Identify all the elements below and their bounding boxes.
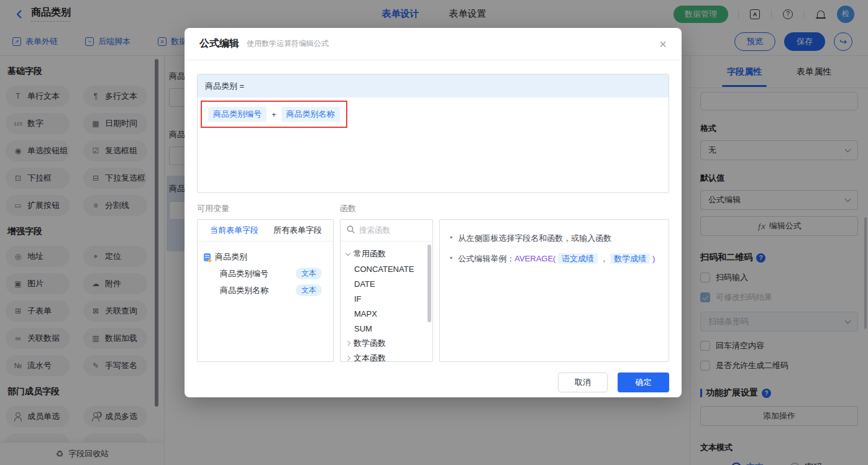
annotation-highlight: 商品类别编号 + 商品类别名称: [201, 101, 347, 128]
tip-text: 从左侧面板选择字段名和函数，或输入函数: [458, 232, 611, 245]
chevron-right-icon: [345, 356, 350, 361]
cancel-button[interactable]: 取消: [558, 372, 608, 392]
formula-token-field[interactable]: 商品类别编号: [208, 107, 267, 122]
field-type-badge: 文本: [296, 284, 322, 296]
functions-panel: 常用函数 CONCATENATE DATE IF MAPX SUM 数学函数 文…: [340, 219, 433, 362]
example-field-chip: 语文成绩: [558, 253, 598, 264]
tips-panel: •从左侧面板选择字段名和函数，或输入函数 • 公式编辑举例：AVERAGE( 语…: [439, 219, 669, 362]
formula-target: 商品类别 =: [198, 74, 669, 97]
example-field-chip: 数学成绩: [610, 253, 650, 264]
formula-input-area[interactable]: 商品类别编号 + 商品类别名称: [198, 97, 669, 192]
function-group-common[interactable]: 常用函数: [340, 246, 432, 261]
function-item[interactable]: MAPX: [340, 306, 432, 321]
function-item[interactable]: DATE: [340, 276, 432, 291]
modal-subtitle: 使用数学运算符编辑公式: [247, 38, 329, 49]
chevron-right-icon: [345, 341, 350, 346]
variables-panel: 当前表单字段 所有表单字段 商品类别 商品类别编号 文本 商品类别名称 文本: [197, 219, 334, 362]
functions-label: 函数: [340, 203, 356, 214]
tree-node-field[interactable]: 商品类别编号 文本: [204, 265, 327, 282]
formula-token-field[interactable]: 商品类别名称: [281, 107, 340, 122]
bullet-icon: •: [450, 232, 452, 245]
field-type-badge: 文本: [296, 268, 322, 279]
tree-node-field[interactable]: 商品类别名称 文本: [204, 282, 327, 299]
tab-all-form-fields[interactable]: 所有表单字段: [273, 225, 322, 236]
search-icon: [347, 225, 355, 236]
variables-label: 可用变量: [197, 203, 340, 214]
bullet-icon: •: [450, 253, 452, 265]
function-item[interactable]: IF: [340, 291, 432, 306]
confirm-button[interactable]: 确定: [618, 372, 669, 392]
form-file-icon: [204, 253, 211, 261]
chevron-down-icon: [345, 250, 350, 255]
function-item[interactable]: SUM: [340, 321, 432, 336]
tip-example: 公式编辑举例：AVERAGE( 语文成绩 ， 数学成绩 ): [458, 253, 655, 265]
modal-title: 公式编辑: [199, 37, 239, 50]
formula-editor-modal: 公式编辑 使用数学运算符编辑公式 × 商品类别 = 商品类别编号 + 商品类别名…: [185, 28, 682, 397]
form-designer-app: 商品类别 表单设计 表单设置 数据管理 A ? 检 ↗表单外链 ~后端脚本 ≡数…: [0, 0, 868, 465]
function-group-text[interactable]: 文本函数: [340, 351, 432, 362]
formula-operator: +: [272, 110, 276, 119]
function-search-input[interactable]: [359, 226, 426, 235]
example-function: AVERAGE(: [514, 254, 555, 263]
tab-current-form-fields[interactable]: 当前表单字段: [210, 225, 258, 236]
formula-editor-box: 商品类别 = 商品类别编号 + 商品类别名称: [197, 74, 669, 193]
tree-node-form[interactable]: 商品类别: [204, 249, 327, 265]
close-icon[interactable]: ×: [659, 38, 667, 50]
function-list-scrollbar[interactable]: [427, 245, 431, 322]
function-item[interactable]: CONCATENATE: [340, 261, 432, 276]
function-group-math[interactable]: 数学函数: [340, 336, 432, 351]
